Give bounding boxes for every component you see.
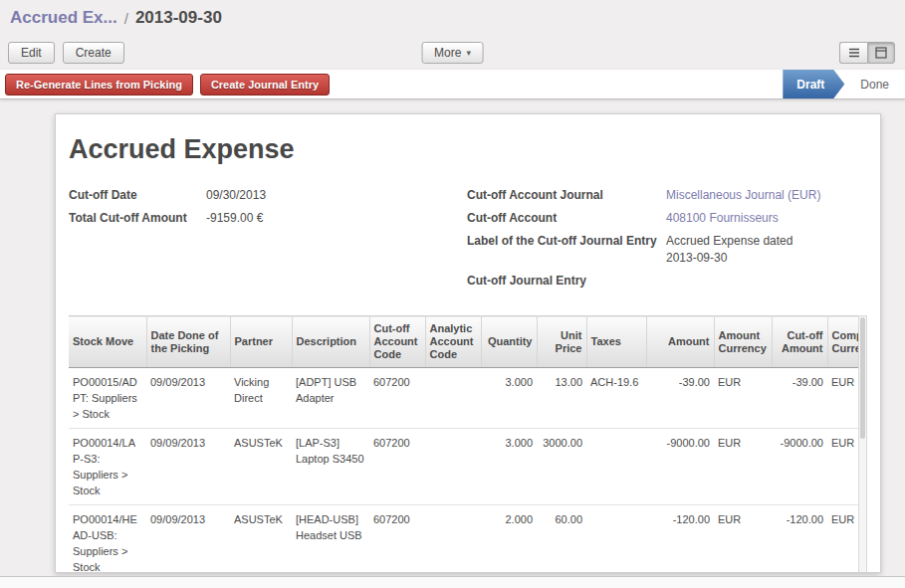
statusbar: Draft Done <box>783 70 905 98</box>
breadcrumb-parent-link[interactable]: Accrued Ex... <box>10 8 117 28</box>
column-header[interactable]: Cut-off Account Code <box>369 316 425 368</box>
content-area: Accrued Expense Cut-off Date 09/30/2013 … <box>0 99 905 576</box>
column-header[interactable]: Date Done of the Picking <box>146 316 230 368</box>
table-cell <box>425 368 481 429</box>
table-cell: [ADPT] USB Adapter <box>292 368 369 429</box>
field-cutoff-account: Cut-off Account 408100 Fournisseurs <box>467 210 867 227</box>
table-cell: EUR <box>714 429 772 505</box>
table-row[interactable]: PO00014/LAP-S3: Suppliers > Stock09/09/2… <box>69 429 867 505</box>
field-label: Cut-off Account <box>467 210 666 227</box>
field-journal-entry-label: Label of the Cut-off Journal Entry Accru… <box>467 233 867 267</box>
list-view-icon <box>848 47 860 59</box>
table-cell: -39.00 <box>646 368 714 429</box>
field-group-left: Cut-off Date 09/30/2013 Total Cut-off Am… <box>69 187 467 295</box>
page-title: Accrued Expense <box>69 134 867 165</box>
view-switcher <box>839 42 895 64</box>
table-header-row: Stock MoveDate Done of the PickingPartne… <box>69 316 867 368</box>
cutoff-account-journal-link[interactable]: Miscellaneous Journal (EUR) <box>666 187 820 204</box>
field-group-right: Cut-off Account Journal Miscellaneous Jo… <box>467 187 867 295</box>
action-bar: Re-Generate Lines from Picking Create Jo… <box>0 70 905 99</box>
regenerate-lines-button[interactable]: Re-Generate Lines from Picking <box>5 74 193 96</box>
table-cell: 607200 <box>369 429 425 505</box>
column-header[interactable]: Amount <box>646 316 714 368</box>
field-label: Cut-off Journal Entry <box>467 273 666 290</box>
table-cell: PO00014/LAP-S3: Suppliers > Stock <box>69 429 146 505</box>
toolbar: Edit Create More ▾ <box>0 36 905 70</box>
field-cutoff-journal-entry: Cut-off Journal Entry <box>467 273 867 290</box>
table-cell: 3.000 <box>481 429 537 505</box>
more-dropdown-button[interactable]: More ▾ <box>421 42 484 64</box>
table-row[interactable]: PO00014/HEAD-USB: Suppliers > Stock09/09… <box>69 505 867 574</box>
field-label: Cut-off Account Journal <box>467 187 666 204</box>
table-cell: [HEAD-USB] Headset USB <box>292 505 369 574</box>
column-header[interactable]: Stock Move <box>69 316 146 368</box>
status-state-done[interactable]: Done <box>844 70 905 98</box>
table-cell: -9000.00 <box>772 429 827 505</box>
table-cell: PO00015/ADPT: Suppliers > Stock <box>69 368 146 429</box>
table-cell: 2.000 <box>481 505 537 574</box>
field-cutoff-date: Cut-off Date 09/30/2013 <box>69 187 467 204</box>
field-label: Total Cut-off Amount <box>69 210 206 227</box>
form-view-button[interactable] <box>867 42 895 64</box>
status-state-draft[interactable]: Draft <box>783 70 844 98</box>
column-header[interactable]: Cut-off Amount <box>772 316 827 368</box>
table-cell: ACH-19.6 <box>586 368 646 429</box>
table-cell: PO00014/HEAD-USB: Suppliers > Stock <box>69 505 146 574</box>
field-label: Cut-off Date <box>69 187 206 204</box>
column-header[interactable]: Partner <box>230 316 292 368</box>
table-cell: 60.00 <box>537 505 586 574</box>
form-view-icon <box>875 47 887 59</box>
table-cell: -9000.00 <box>646 429 714 505</box>
create-journal-entry-button[interactable]: Create Journal Entry <box>200 74 330 96</box>
table-cell: 3000.00 <box>537 429 586 505</box>
table-cell: ASUSTeK <box>230 505 292 574</box>
table-cell: -39.00 <box>772 368 827 429</box>
table-cell: 3.000 <box>481 368 537 429</box>
column-header[interactable]: Quantity <box>481 316 537 368</box>
scrollbar-thumb[interactable] <box>860 317 865 439</box>
breadcrumb: Accrued Ex... / 2013-09-30 <box>0 0 905 36</box>
table-cell: 09/09/2013 <box>146 368 230 429</box>
breadcrumb-separator: / <box>124 10 128 27</box>
cutoff-date-value: 09/30/2013 <box>206 187 266 204</box>
list-view-button[interactable] <box>839 42 867 64</box>
table-cell: -120.00 <box>772 505 827 574</box>
lines-list: Stock MoveDate Done of the PickingPartne… <box>69 315 867 573</box>
table-cell <box>586 429 646 505</box>
field-label: Label of the Cut-off Journal Entry <box>467 233 666 267</box>
edit-button[interactable]: Edit <box>8 42 55 64</box>
table-cell: 607200 <box>369 505 425 574</box>
table-cell: 13.00 <box>537 368 586 429</box>
table-cell <box>425 505 481 574</box>
table-cell: ASUSTeK <box>230 429 292 505</box>
form-sheet: Accrued Expense Cut-off Date 09/30/2013 … <box>55 113 881 573</box>
column-header[interactable]: Amount Currency <box>714 316 772 368</box>
vertical-scrollbar[interactable] <box>858 315 867 573</box>
lines-table: Stock MoveDate Done of the PickingPartne… <box>69 315 867 573</box>
table-cell: 09/09/2013 <box>146 429 230 505</box>
column-header[interactable]: Description <box>292 316 369 368</box>
table-cell <box>425 429 481 505</box>
table-cell: -120.00 <box>646 505 714 574</box>
create-button[interactable]: Create <box>63 42 124 64</box>
table-cell: EUR <box>714 368 772 429</box>
table-cell: 607200 <box>369 368 425 429</box>
table-row[interactable]: PO00015/ADPT: Suppliers > Stock09/09/201… <box>69 368 867 429</box>
cutoff-account-link[interactable]: 408100 Fournisseurs <box>666 210 779 227</box>
bottom-strip <box>0 576 905 588</box>
column-header[interactable]: Unit Price <box>537 316 586 368</box>
field-total-cutoff-amount: Total Cut-off Amount -9159.00 € <box>69 210 467 227</box>
caret-down-icon: ▾ <box>466 48 471 58</box>
column-header[interactable]: Taxes <box>586 316 646 368</box>
more-label: More <box>434 46 461 60</box>
total-cutoff-amount-value: -9159.00 € <box>206 210 263 227</box>
field-groups: Cut-off Date 09/30/2013 Total Cut-off Am… <box>69 187 867 295</box>
table-cell: 09/09/2013 <box>146 505 230 574</box>
table-cell: [LAP-S3] Laptop S3450 <box>292 429 369 505</box>
field-cutoff-account-journal: Cut-off Account Journal Miscellaneous Jo… <box>467 187 867 204</box>
breadcrumb-current: 2013-09-30 <box>135 8 222 28</box>
journal-entry-label-value: Accrued Expense dated 2013-09-30 <box>666 233 815 267</box>
table-cell <box>586 505 646 574</box>
table-cell: Vicking Direct <box>230 368 292 429</box>
column-header[interactable]: Analytic Account Code <box>425 316 481 368</box>
